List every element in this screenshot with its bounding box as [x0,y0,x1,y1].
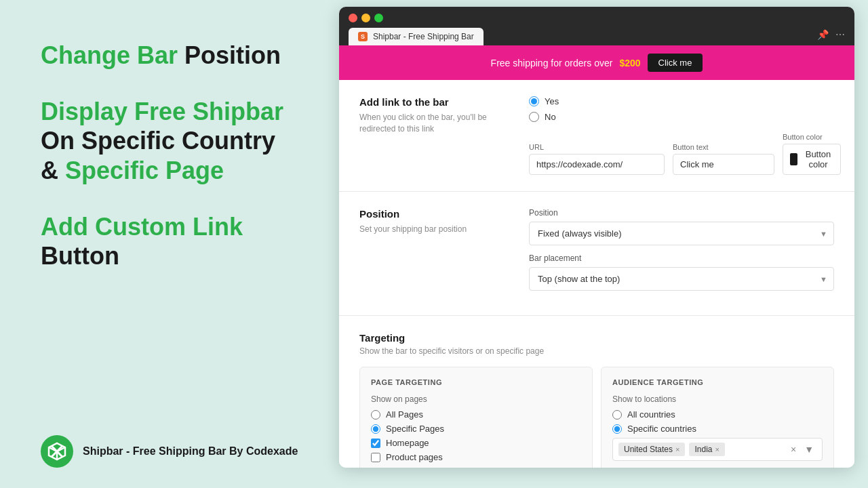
radio-no-label: No [545,112,556,122]
feature-text-green-3: Add Custom Link [41,213,243,241]
left-panel: Change Bar Position Display Free Shipbar… [0,0,339,488]
position-select-wrapper: Fixed (always visible) Static Sticky ▼ [529,222,834,245]
button-text-field: Button text [673,143,774,175]
all-pages-radio-input[interactable] [371,410,380,420]
browser-window: S Shipbar - Free Shipping Bar 📌 ⋯ Free s… [339,7,854,468]
feature-display-shipbar: Display Free Shipbar On Specific Country… [41,97,305,185]
product-pages-checkbox[interactable]: Product pages [371,452,581,462]
homepage-checkbox-input[interactable] [371,439,380,448]
product-pages-checkbox-input[interactable] [371,453,380,462]
specific-pages-radio[interactable]: Specific Pages [371,424,581,434]
url-label: URL [529,143,665,151]
add-link-section: Add link to the bar When you click on th… [339,80,854,192]
browser-tab-bar: S Shipbar - Free Shipping Bar 📌 ⋯ [349,28,845,45]
color-picker-button[interactable]: Button color [783,144,841,175]
placement-select[interactable]: Top (show at the top) Bottom (show at th… [529,267,834,291]
url-input[interactable] [529,154,665,175]
radio-yes[interactable]: Yes [529,96,841,106]
feature-text-green-2b: Specific Page [65,157,224,184]
audience-targeting-title: AUDIENCE TARGETING [612,378,823,386]
browser-actions: 📌 ⋯ [817,29,845,44]
button-color-label: Button color [783,133,841,141]
position-label: Position Set your shipping bar position [359,208,509,299]
show-on-pages-label: Show on pages [371,394,581,404]
specific-pages-radio-input[interactable] [371,424,380,434]
specific-countries-label: Specific countries [627,424,696,434]
tag-us-text: United States [624,445,673,454]
all-pages-radio[interactable]: All Pages [371,409,581,420]
radio-yes-input[interactable] [529,96,539,106]
all-countries-radio[interactable]: All countries [612,409,823,420]
add-link-description: When you click on the bar, you'll be red… [359,112,509,135]
radio-no[interactable]: No [529,112,841,122]
placement-select-wrapper: Top (show at the top) Bottom (show at th… [529,267,834,291]
tags-expand-button[interactable]: ▼ [802,443,816,456]
browser-dots [349,14,845,22]
radio-no-input[interactable] [529,112,539,122]
tag-india-text: India [694,445,712,454]
all-pages-label: All Pages [386,409,423,420]
shipbar-logo-icon [41,435,73,468]
button-color-field: Button color Button color [783,133,841,175]
specific-countries-radio[interactable]: Specific countries [612,424,823,434]
more-icon[interactable]: ⋯ [835,29,845,40]
footer-brand-text: Shipbar - Free Shipping Bar By Codexade [83,445,298,458]
all-countries-radio-input[interactable] [612,410,622,420]
feature-list: Change Bar Position Display Free Shipbar… [41,41,305,270]
homepage-label: Homepage [386,438,429,448]
shipping-bar-text: Free shipping for orders over [491,58,613,68]
add-link-title: Add link to the bar [359,96,509,108]
country-tags-container: United States × India × × ▼ [612,438,823,461]
tag-india: India × [689,443,724,456]
targeting-description: Show the bar to specific visitors or on … [359,346,834,356]
feature-text-black-3: Button [41,242,119,270]
feature-text-green-2: Display Free Shipbar [41,98,283,125]
click-me-button[interactable]: Click me [648,54,703,72]
targeting-section: Targeting Show the bar to specific visit… [339,316,854,468]
dot-green[interactable] [374,14,383,22]
tab-title: Shipbar - Free Shipping Bar [373,32,474,41]
position-content: Position Fixed (always visible) Static S… [529,208,834,299]
right-panel: S Shipbar - Free Shipping Bar 📌 ⋯ Free s… [339,0,868,488]
homepage-checkbox[interactable]: Homepage [371,438,581,448]
add-link-label: Add link to the bar When you click on th… [359,96,509,175]
button-color-text: Button color [803,149,833,169]
link-form-row: URL Button text Button color [529,133,841,175]
tag-india-close[interactable]: × [715,445,719,453]
position-section: Position Set your shipping bar position … [339,192,854,316]
button-text-label: Button text [673,143,774,151]
product-pages-label: Product pages [386,452,443,462]
add-link-radio-group: Yes No [529,96,841,122]
color-swatch [790,153,797,165]
browser-tab-active[interactable]: S Shipbar - Free Shipping Bar [349,28,484,45]
all-countries-label: All countries [627,409,675,420]
tag-united-states: United States × [618,443,685,456]
tags-clear-button[interactable]: × [788,443,799,456]
feature-text-black-2b: & [41,157,65,184]
position-select[interactable]: Fixed (always visible) Static Sticky [529,222,834,245]
feature-text-black-2a: On Specific Country [41,127,275,155]
targeting-cards: PAGE TARGETING Show on pages All Pages S… [359,367,834,468]
feature-text-black-1: Position [184,41,281,69]
dot-yellow[interactable] [361,14,370,22]
specific-countries-radio-input[interactable] [612,424,622,434]
show-to-label: Show to locations [612,394,823,404]
shipping-bar-amount: $200 [619,58,640,68]
pin-icon[interactable]: 📌 [817,29,829,40]
audience-targeting-card: AUDIENCE TARGETING Show to locations All… [601,367,834,468]
feature-text-green-1: Change Bar [41,41,184,69]
tab-favicon: S [358,32,368,41]
dot-red[interactable] [349,14,357,22]
tags-actions: × ▼ [788,443,816,456]
shipping-bar-preview: Free shipping for orders over $200 Click… [339,45,854,80]
add-link-content: Yes No URL [529,96,841,175]
browser-chrome: S Shipbar - Free Shipping Bar 📌 ⋯ [339,7,854,45]
button-text-input[interactable] [673,154,774,175]
tag-us-close[interactable]: × [675,445,679,453]
footer-logo: Shipbar - Free Shipping Bar By Codexade [41,435,305,468]
radio-yes-label: Yes [545,96,559,106]
feature-add-custom-link: Add Custom Link Button [41,212,305,270]
position-title: Position [359,208,509,220]
position-description: Set your shipping bar position [359,224,509,235]
settings-container: Add link to the bar When you click on th… [339,80,854,468]
